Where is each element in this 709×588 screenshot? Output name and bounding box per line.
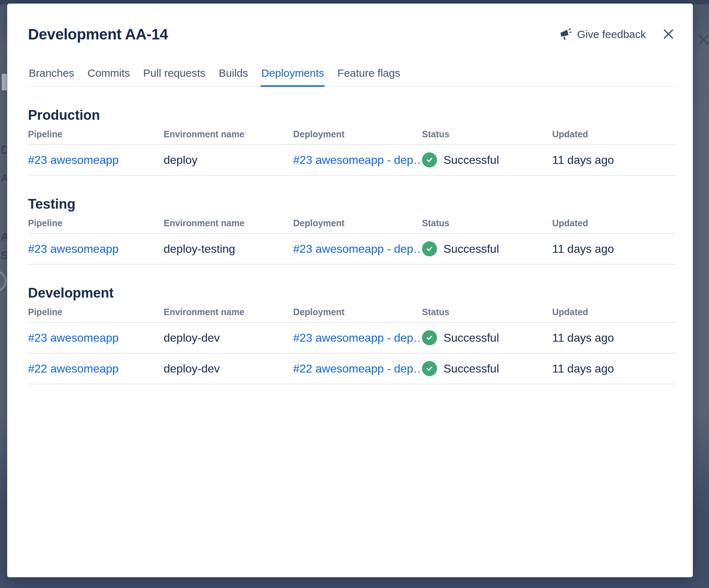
environment-name: deploy (164, 153, 293, 167)
status-label: Successful (443, 242, 499, 256)
column-header-pipeline: Pipeline (28, 307, 164, 317)
deployment-row: #23 awesomeapp deploy-testing #23 awesom… (28, 234, 677, 265)
tab-feature-flags[interactable]: Feature flags (337, 67, 401, 86)
development-details-dialog: Development AA-14 Give feedback Bra (7, 4, 693, 577)
updated-time: 11 days ago (552, 331, 677, 345)
section-heading-development: Development (28, 285, 677, 301)
column-header-environment: Environment name (164, 218, 293, 228)
success-check-icon (422, 152, 437, 167)
deployment-link[interactable]: #22 awesomeapp - dep… (293, 362, 422, 375)
table-header-row: Pipeline Environment name Deployment Sta… (28, 123, 677, 145)
status-badge: Successful (422, 152, 552, 167)
header-actions: Give feedback (559, 26, 677, 43)
column-header-status: Status (422, 218, 552, 228)
close-icon (662, 27, 675, 42)
dialog-header: Development AA-14 Give feedback (28, 4, 677, 44)
section-development: Development Pipeline Environment name De… (28, 285, 677, 384)
deployment-link[interactable]: #23 awesomeapp - dep… (293, 153, 422, 166)
column-header-deployment: Deployment (293, 307, 422, 317)
status-badge: Successful (422, 361, 552, 376)
pipeline-link[interactable]: #22 awesomeapp (28, 362, 119, 375)
section-heading-testing: Testing (28, 196, 677, 212)
column-header-updated: Updated (552, 307, 677, 317)
success-check-icon (422, 241, 437, 256)
section-production: Production Pipeline Environment name Dep… (28, 107, 677, 176)
table-header-row: Pipeline Environment name Deployment Sta… (28, 301, 677, 323)
background-fragment (2, 74, 7, 90)
tab-branches[interactable]: Branches (28, 67, 75, 86)
table-header-row: Pipeline Environment name Deployment Sta… (28, 212, 677, 234)
give-feedback-button[interactable]: Give feedback (559, 28, 646, 41)
status-label: Successful (443, 362, 499, 375)
background-letter-fragment: A (0, 172, 7, 184)
success-check-icon (422, 361, 437, 376)
tab-pull-requests[interactable]: Pull requests (142, 67, 206, 86)
deployment-link[interactable]: #23 awesomeapp - dep… (293, 242, 422, 255)
column-header-environment: Environment name (164, 129, 293, 139)
deployment-row: #22 awesomeapp deploy-dev #22 awesomeapp… (28, 354, 677, 384)
status-label: Successful (443, 153, 499, 167)
background-close-icon (696, 32, 709, 49)
success-check-icon (422, 330, 437, 345)
background-letter-fragment: D (0, 143, 7, 157)
environment-name: deploy-dev (164, 331, 293, 345)
deployment-row: #23 awesomeapp deploy-dev #23 awesomeapp… (28, 323, 677, 354)
status-badge: Successful (422, 330, 552, 345)
pipeline-link[interactable]: #23 awesomeapp (28, 242, 119, 255)
column-header-status: Status (422, 129, 552, 139)
dialog-title: Development AA-14 (28, 25, 168, 44)
background-letter-fragment: S (0, 249, 7, 262)
tab-builds[interactable]: Builds (218, 67, 249, 86)
status-label: Successful (443, 331, 499, 345)
updated-time: 11 days ago (552, 153, 677, 167)
deployment-link[interactable]: #23 awesomeapp - dep… (293, 331, 422, 344)
background-letter-fragment: A (0, 230, 7, 243)
column-header-deployment: Deployment (293, 218, 422, 228)
column-header-updated: Updated (552, 218, 677, 228)
environment-name: deploy-dev (164, 362, 293, 375)
section-testing: Testing Pipeline Environment name Deploy… (28, 196, 677, 265)
tab-commits[interactable]: Commits (87, 67, 131, 86)
close-button[interactable] (660, 26, 677, 43)
background-avatar-fragment (0, 270, 6, 292)
updated-time: 11 days ago (552, 362, 677, 375)
section-heading-production: Production (28, 107, 677, 123)
megaphone-icon (559, 28, 572, 41)
give-feedback-label: Give feedback (577, 28, 646, 41)
column-header-updated: Updated (552, 129, 677, 139)
pipeline-link[interactable]: #23 awesomeapp (28, 331, 119, 344)
updated-time: 11 days ago (552, 242, 677, 256)
pipeline-link[interactable]: #23 awesomeapp (28, 153, 119, 166)
deployment-row: #23 awesomeapp deploy #23 awesomeapp - d… (28, 145, 677, 176)
column-header-deployment: Deployment (293, 129, 422, 139)
column-header-status: Status (422, 307, 552, 317)
column-header-pipeline: Pipeline (28, 218, 164, 228)
tab-deployments[interactable]: Deployments (260, 67, 325, 86)
column-header-pipeline: Pipeline (28, 129, 164, 139)
status-badge: Successful (422, 241, 552, 256)
column-header-environment: Environment name (164, 307, 293, 317)
dialog-tab-bar: Branches Commits Pull requests Builds De… (28, 67, 677, 87)
environment-name: deploy-testing (164, 242, 293, 256)
